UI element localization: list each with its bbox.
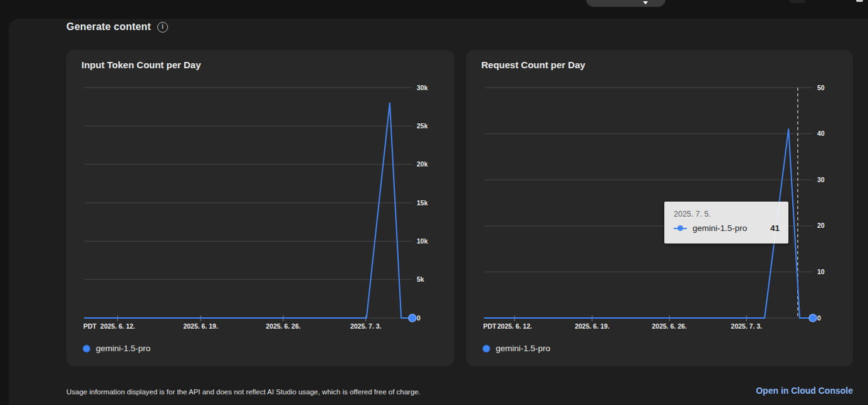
tooltip-date: 2025. 7. 5. bbox=[674, 210, 788, 218]
series-dot-icon bbox=[83, 345, 90, 352]
open-cloud-console-link[interactable]: Open in Cloud Console bbox=[756, 386, 853, 396]
legend-label: gemini-1.5-pro bbox=[96, 344, 150, 353]
y-tick-label: 20k bbox=[417, 160, 428, 168]
chart-title: Request Count per Day bbox=[481, 59, 585, 70]
usage-panel: Generate content i Input Token Count per… bbox=[9, 19, 868, 405]
x-tick-label: 2025. 6. 26. bbox=[266, 322, 301, 330]
legend-item[interactable]: gemini-1.5-pro bbox=[483, 344, 550, 353]
legend-label: gemini-1.5-pro bbox=[496, 344, 550, 353]
top-partial-element bbox=[790, 0, 805, 3]
chart-title: Input Token Count per Day bbox=[81, 59, 201, 70]
chart-cards: Input Token Count per Day 05k10k15k20k25… bbox=[66, 50, 853, 366]
x-tick-label: 2025. 6. 12. bbox=[100, 322, 135, 330]
timezone-label: PDT bbox=[83, 322, 97, 330]
caret-down-icon bbox=[643, 1, 648, 4]
top-pill-button[interactable] bbox=[586, 0, 666, 7]
tooltip-series-name: gemini-1.5-pro bbox=[693, 223, 747, 233]
y-tick-label: 10 bbox=[817, 268, 825, 275]
tooltip-series-row: gemini-1.5-pro 41 bbox=[674, 223, 780, 233]
y-tick-label: 25k bbox=[417, 122, 428, 130]
y-tick-label: 0 bbox=[417, 314, 421, 322]
x-tick-label: 2025. 6. 12. bbox=[497, 322, 532, 330]
usage-disclaimer: Usage information displayed is for the A… bbox=[66, 388, 421, 396]
page-title: Generate content bbox=[66, 21, 151, 33]
y-tick-label: 15k bbox=[417, 199, 428, 207]
y-tick-label: 30 bbox=[817, 176, 825, 183]
x-tick-label: 2025. 6. 19. bbox=[183, 322, 218, 330]
info-icon[interactable]: i bbox=[157, 22, 168, 33]
y-tick-label: 10k bbox=[417, 237, 428, 245]
series-end-marker bbox=[409, 314, 416, 322]
input-token-count-card: Input Token Count per Day 05k10k15k20k25… bbox=[66, 50, 454, 366]
request-count-card: Request Count per Day 010203040502025. 6… bbox=[466, 50, 853, 366]
x-tick-label: 2025. 7. 3. bbox=[731, 322, 762, 330]
timezone-label: PDT bbox=[483, 322, 497, 330]
tooltip-value: 41 bbox=[770, 223, 780, 233]
request-count-chart[interactable]: 010203040502025. 6. 12.2025. 6. 19.2025.… bbox=[466, 50, 853, 338]
x-tick-label: 2025. 7. 3. bbox=[350, 322, 382, 330]
series-line bbox=[85, 103, 412, 319]
y-tick-label: 30k bbox=[417, 84, 428, 91]
input-token-count-chart[interactable]: 05k10k15k20k25k30k2025. 6. 12.2025. 6. 1… bbox=[66, 50, 454, 338]
series-dot-icon bbox=[483, 345, 490, 352]
y-tick-label: 50 bbox=[817, 84, 825, 91]
section-heading: Generate content i bbox=[66, 20, 168, 34]
chart-tooltip: 2025. 7. 5. gemini-1.5-pro 41 bbox=[664, 202, 788, 244]
y-tick-label: 0 bbox=[817, 314, 821, 322]
x-tick-label: 2025. 6. 26. bbox=[652, 322, 687, 330]
y-tick-label: 20 bbox=[817, 222, 825, 229]
series-end-marker bbox=[809, 314, 817, 322]
y-tick-label: 5k bbox=[417, 275, 424, 283]
x-tick-label: 2025. 6. 19. bbox=[575, 322, 610, 330]
legend-item[interactable]: gemini-1.5-pro bbox=[83, 344, 150, 353]
top-right-partial-icon bbox=[856, 0, 863, 2]
series-marker-icon bbox=[674, 225, 687, 232]
y-tick-label: 40 bbox=[817, 130, 825, 137]
